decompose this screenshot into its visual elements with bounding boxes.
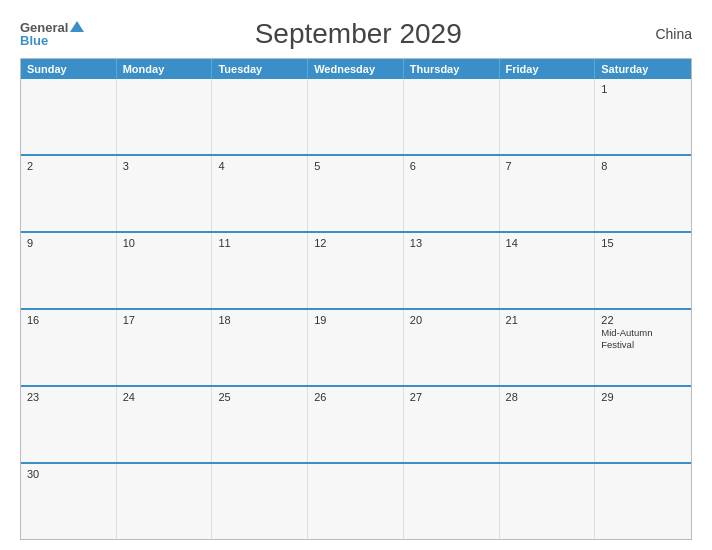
day-number: 23 bbox=[27, 391, 110, 403]
calendar-header-cell: Thursday bbox=[404, 59, 500, 79]
calendar-cell bbox=[595, 464, 691, 539]
day-number: 12 bbox=[314, 237, 397, 249]
calendar-cell: 7 bbox=[500, 156, 596, 231]
calendar-cell: 1 bbox=[595, 79, 691, 154]
calendar-header-cell: Friday bbox=[500, 59, 596, 79]
calendar-row: 30 bbox=[21, 462, 691, 539]
calendar-cell bbox=[117, 79, 213, 154]
calendar-row: 2345678 bbox=[21, 154, 691, 231]
day-number: 4 bbox=[218, 160, 301, 172]
calendar-cell: 28 bbox=[500, 387, 596, 462]
day-number: 9 bbox=[27, 237, 110, 249]
day-number: 17 bbox=[123, 314, 206, 326]
calendar-header-cell: Tuesday bbox=[212, 59, 308, 79]
day-number: 10 bbox=[123, 237, 206, 249]
day-number: 30 bbox=[27, 468, 110, 480]
calendar-header-row: SundayMondayTuesdayWednesdayThursdayFrid… bbox=[21, 59, 691, 79]
calendar-row: 16171819202122Mid-Autumn Festival bbox=[21, 308, 691, 385]
logo-triangle-icon bbox=[70, 21, 84, 32]
calendar-cell bbox=[500, 79, 596, 154]
header: General Blue September 2029 China bbox=[20, 18, 692, 50]
day-number: 15 bbox=[601, 237, 685, 249]
day-number: 20 bbox=[410, 314, 493, 326]
day-number: 22 bbox=[601, 314, 685, 326]
calendar-cell: 17 bbox=[117, 310, 213, 385]
calendar-cell: 9 bbox=[21, 233, 117, 308]
day-number: 11 bbox=[218, 237, 301, 249]
calendar-cell: 20 bbox=[404, 310, 500, 385]
calendar-cell: 4 bbox=[212, 156, 308, 231]
calendar-cell bbox=[404, 464, 500, 539]
day-number: 5 bbox=[314, 160, 397, 172]
event-text: Mid-Autumn Festival bbox=[601, 327, 652, 350]
calendar-cell bbox=[117, 464, 213, 539]
calendar-cell: 18 bbox=[212, 310, 308, 385]
calendar-cell: 2 bbox=[21, 156, 117, 231]
calendar-cell: 30 bbox=[21, 464, 117, 539]
day-number: 28 bbox=[506, 391, 589, 403]
calendar-row: 23242526272829 bbox=[21, 385, 691, 462]
calendar-header-cell: Monday bbox=[117, 59, 213, 79]
calendar-cell: 27 bbox=[404, 387, 500, 462]
day-number: 2 bbox=[27, 160, 110, 172]
calendar-cell bbox=[212, 79, 308, 154]
day-number: 26 bbox=[314, 391, 397, 403]
day-number: 6 bbox=[410, 160, 493, 172]
calendar-cell: 13 bbox=[404, 233, 500, 308]
calendar-cell: 29 bbox=[595, 387, 691, 462]
day-number: 24 bbox=[123, 391, 206, 403]
calendar-cell: 16 bbox=[21, 310, 117, 385]
calendar-cell: 11 bbox=[212, 233, 308, 308]
calendar-cell bbox=[308, 79, 404, 154]
day-number: 27 bbox=[410, 391, 493, 403]
calendar-cell: 6 bbox=[404, 156, 500, 231]
calendar-header-cell: Sunday bbox=[21, 59, 117, 79]
day-number: 19 bbox=[314, 314, 397, 326]
calendar-cell bbox=[500, 464, 596, 539]
logo: General Blue bbox=[20, 21, 84, 47]
calendar-cell: 14 bbox=[500, 233, 596, 308]
day-number: 7 bbox=[506, 160, 589, 172]
day-number: 1 bbox=[601, 83, 685, 95]
calendar-cell: 25 bbox=[212, 387, 308, 462]
day-number: 21 bbox=[506, 314, 589, 326]
day-number: 25 bbox=[218, 391, 301, 403]
day-number: 18 bbox=[218, 314, 301, 326]
calendar-cell: 23 bbox=[21, 387, 117, 462]
calendar-cell bbox=[308, 464, 404, 539]
calendar-cell bbox=[21, 79, 117, 154]
calendar-row: 1 bbox=[21, 79, 691, 154]
day-number: 16 bbox=[27, 314, 110, 326]
calendar: SundayMondayTuesdayWednesdayThursdayFrid… bbox=[20, 58, 692, 540]
month-title: September 2029 bbox=[84, 18, 632, 50]
calendar-cell: 19 bbox=[308, 310, 404, 385]
calendar-cell: 21 bbox=[500, 310, 596, 385]
logo-blue-text: Blue bbox=[20, 34, 48, 47]
calendar-cell: 24 bbox=[117, 387, 213, 462]
calendar-cell: 5 bbox=[308, 156, 404, 231]
calendar-cell: 12 bbox=[308, 233, 404, 308]
calendar-cell: 26 bbox=[308, 387, 404, 462]
calendar-body: 12345678910111213141516171819202122Mid-A… bbox=[21, 79, 691, 539]
day-number: 29 bbox=[601, 391, 685, 403]
calendar-cell: 10 bbox=[117, 233, 213, 308]
calendar-cell: 3 bbox=[117, 156, 213, 231]
page: General Blue September 2029 China Sunday… bbox=[0, 0, 712, 550]
calendar-cell bbox=[212, 464, 308, 539]
calendar-cell: 22Mid-Autumn Festival bbox=[595, 310, 691, 385]
day-number: 8 bbox=[601, 160, 685, 172]
day-number: 3 bbox=[123, 160, 206, 172]
day-number: 13 bbox=[410, 237, 493, 249]
calendar-cell: 15 bbox=[595, 233, 691, 308]
calendar-cell bbox=[404, 79, 500, 154]
calendar-header-cell: Saturday bbox=[595, 59, 691, 79]
calendar-header-cell: Wednesday bbox=[308, 59, 404, 79]
day-number: 14 bbox=[506, 237, 589, 249]
calendar-row: 9101112131415 bbox=[21, 231, 691, 308]
calendar-cell: 8 bbox=[595, 156, 691, 231]
country-label: China bbox=[632, 26, 692, 42]
